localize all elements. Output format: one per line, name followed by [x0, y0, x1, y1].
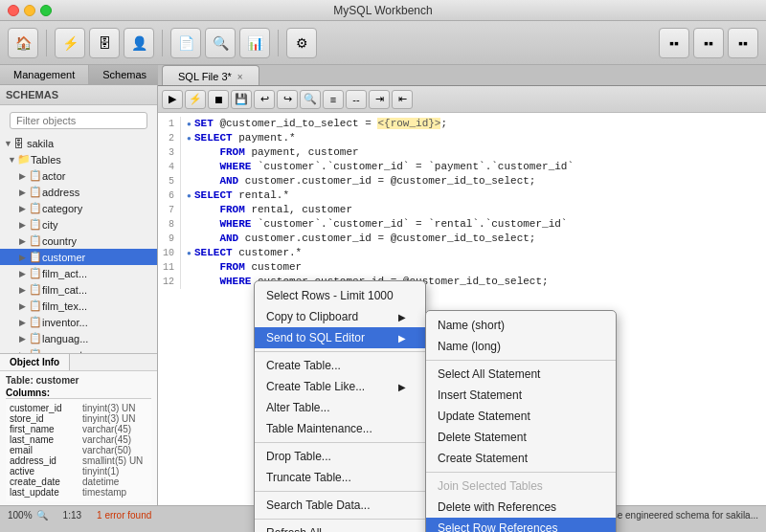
tree-arrow: ▼: [8, 155, 17, 165]
col-active: active tinyint(1): [10, 466, 147, 477]
sql-indent-btn[interactable]: ⇥: [369, 90, 390, 109]
sql-run-sel-btn[interactable]: ⚡: [185, 90, 206, 109]
ctx-update-stmt[interactable]: Update Statement: [426, 406, 616, 427]
tree-item-sakila[interactable]: ▼ 🗄 sakila: [0, 136, 157, 151]
error-status: 1 error found: [97, 510, 151, 521]
toolbar-sep2: [162, 30, 163, 56]
ctx-truncate-table[interactable]: Truncate Table...: [255, 467, 425, 488]
sql-format-btn[interactable]: ≡: [323, 90, 344, 109]
tree-arrow: ▶: [19, 334, 29, 344]
code-line-6: 6 ● SELECT rental.*: [158, 188, 766, 203]
ctx-sep3: [255, 519, 425, 520]
tree-arrow: ▶: [19, 285, 29, 295]
schemas-tab[interactable]: Schemas: [89, 65, 161, 84]
tree-item-language[interactable]: ▶ 📋 languag...: [0, 330, 157, 346]
toolbar-db-btn[interactable]: 🗄: [89, 28, 120, 58]
tree-item-address[interactable]: ▶ 📋 address: [0, 184, 157, 200]
sql-undo-btn[interactable]: ↩: [254, 90, 275, 109]
ctx-delete-stmt[interactable]: Delete Statement: [426, 427, 616, 448]
toolbar-view2-btn[interactable]: ▪▪: [693, 28, 724, 58]
ctx-select-row-refs[interactable]: Select Row References: [426, 518, 616, 532]
context-menu: Select Rows - Limit 1000 Copy to Clipboa…: [254, 280, 426, 532]
tree-arrow: ▶: [19, 269, 29, 278]
schemas-header: SCHEMAS: [0, 85, 157, 105]
toolbar-conn-btn[interactable]: ⚡: [55, 28, 85, 58]
ctx-select-rows[interactable]: Select Rows - Limit 1000: [255, 285, 425, 306]
ctx-drop-table[interactable]: Drop Table...: [255, 446, 425, 467]
tree-arrow: ▼: [4, 139, 13, 148]
tree-item-actor[interactable]: ▶ 📋 actor: [0, 167, 157, 184]
ctx-search-table[interactable]: Search Table Data...: [255, 495, 425, 516]
tree-item-country[interactable]: ▶ 📋 country: [0, 233, 157, 249]
code-line-2: 2 ● SELECT payment.*: [158, 131, 766, 145]
zoom-control: 100% 🔍: [8, 510, 48, 521]
sql-save-btn[interactable]: 💾: [231, 90, 252, 109]
file-tab-close-icon[interactable]: ×: [237, 72, 243, 82]
ctx-arrow-create-like: ▶: [398, 382, 406, 392]
management-tab[interactable]: Management: [0, 65, 89, 84]
ctx-sep1: [255, 442, 425, 443]
main-layout: Management Schemas ⚙ ↻ SCHEMAS ▼ 🗄 sakil…: [0, 65, 766, 505]
sql-outdent-btn[interactable]: ⇤: [392, 90, 413, 109]
columns-label: Columns:: [6, 388, 151, 398]
toolbar-user-btn[interactable]: 👤: [124, 28, 154, 58]
sql-redo-btn[interactable]: ↪: [277, 90, 298, 109]
send-to-sql-submenu: Name (short) Name (long) Select All Stat…: [425, 310, 617, 532]
sql-stop-btn[interactable]: ⏹: [208, 90, 229, 109]
ctx-create-stmt[interactable]: Create Statement: [426, 448, 616, 469]
toolbar-sep3: [278, 30, 279, 56]
toolbar-pref-btn[interactable]: ⚙: [286, 28, 317, 58]
tree-item-film-cat[interactable]: ▶ 📋 film_cat...: [0, 281, 157, 298]
tree-item-film-tex[interactable]: ▶ 📋 film_tex...: [0, 298, 157, 314]
tree-item-tables[interactable]: ▼ 📁 Tables: [0, 151, 157, 167]
toolbar-inspect-btn[interactable]: 🔍: [205, 28, 236, 58]
window-title: MySQL Workbench: [333, 4, 432, 17]
ctx-create-table[interactable]: Create Table...: [255, 355, 425, 376]
tree-item-category[interactable]: ▶ 📋 category: [0, 200, 157, 216]
tree-arrow: ▶: [19, 301, 29, 311]
tree-item-city[interactable]: ▶ 📋 city: [0, 216, 157, 233]
ctx-create-table-like[interactable]: Create Table Like... ▶: [255, 376, 425, 397]
toolbar-sql-btn[interactable]: 📄: [170, 28, 201, 58]
ctx-send-to-sql[interactable]: Send to SQL Editor ▶: [255, 327, 425, 348]
tree-item-customer[interactable]: ▶ 📋 customer: [0, 249, 157, 265]
tree-item-inventory[interactable]: ▶ 📋 inventor...: [0, 314, 157, 330]
tree-arrow: ▶: [19, 236, 29, 246]
sql-run-btn[interactable]: ▶: [162, 90, 183, 109]
toolbar-view1-btn[interactable]: ▪▪: [659, 28, 689, 58]
ctx-insert-stmt[interactable]: Insert Statement: [426, 385, 616, 406]
col-last-update: last_update timestamp: [10, 487, 147, 498]
ctx-sub-sep1: [426, 472, 616, 473]
ctx-table-maintenance[interactable]: Table Maintenance...: [255, 418, 425, 439]
code-line-7: 7 FROM rental, customer: [158, 203, 766, 217]
sql-file-tab[interactable]: SQL File 3* ×: [162, 65, 259, 85]
close-button[interactable]: [8, 5, 19, 16]
sql-comment-btn[interactable]: --: [346, 90, 367, 109]
file-tab-label: SQL File 3*: [178, 71, 232, 82]
tree-arrow: ▶: [19, 253, 29, 262]
tree-arrow: ▶: [19, 318, 29, 327]
ctx-name-short[interactable]: Name (short): [426, 315, 616, 336]
toolbar: 🏠 ⚡ 🗄 👤 📄 🔍 📊 ⚙ ▪▪ ▪▪ ▪▪: [0, 21, 766, 65]
code-line-11: 11 FROM customer: [158, 260, 766, 275]
ctx-select-all-stmt[interactable]: Select All Statement: [426, 364, 616, 385]
toolbar-view3-btn[interactable]: ▪▪: [728, 28, 758, 58]
sql-search-btn[interactable]: 🔍: [300, 90, 321, 109]
object-info-tab[interactable]: Object Info: [0, 354, 70, 370]
ctx-arrow-send: ▶: [398, 333, 406, 344]
ctx-refresh[interactable]: Refresh All: [255, 522, 425, 532]
toolbar-table-btn[interactable]: 📊: [239, 28, 270, 58]
ctx-name-long[interactable]: Name (long): [426, 336, 616, 357]
code-line-3: 3 FROM payment, customer: [158, 145, 766, 160]
ctx-sub-sep0: [426, 360, 616, 361]
tree-item-film-act[interactable]: ▶ 📋 film_act...: [0, 265, 157, 281]
maximize-button[interactable]: [40, 5, 52, 16]
minimize-button[interactable]: [24, 5, 35, 16]
ctx-copy-clipboard[interactable]: Copy to Clipboard ▶: [255, 306, 425, 327]
tree-item-payment[interactable]: ▶ 📋 payment: [0, 346, 157, 353]
filter-input[interactable]: [10, 112, 147, 129]
ctx-alter-table[interactable]: Alter Table...: [255, 397, 425, 418]
ctx-delete-refs[interactable]: Delete with References: [426, 497, 616, 518]
toolbar-home-btn[interactable]: 🏠: [8, 28, 38, 58]
code-line-10: 10 ● SELECT customer.*: [158, 246, 766, 260]
